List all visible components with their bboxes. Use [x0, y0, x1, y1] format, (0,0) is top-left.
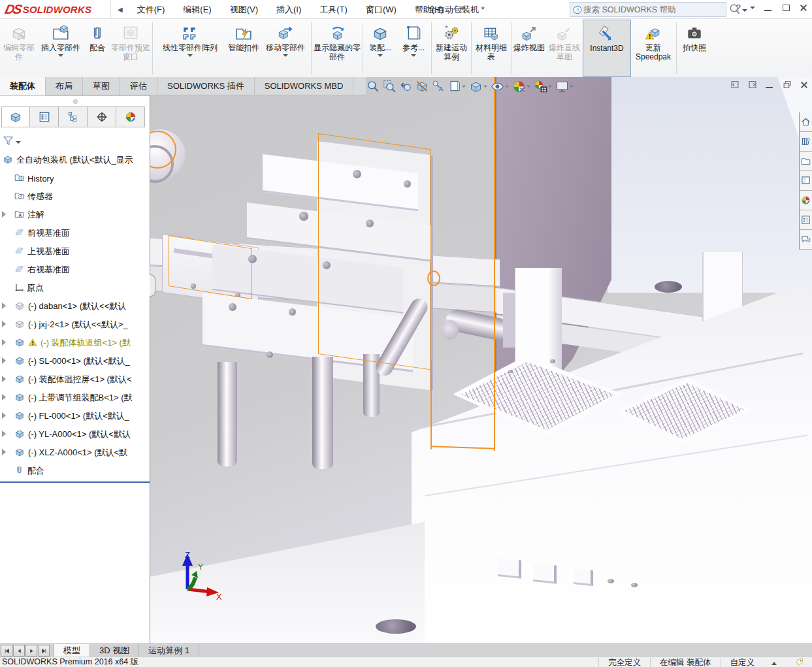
expand-arrow[interactable] — [2, 449, 6, 455]
component-preview-window-button[interactable]: 零部件预览窗口 — [110, 20, 152, 77]
tree-item-right-plane[interactable]: 右视基准面 — [0, 261, 150, 279]
view-orientation-icon[interactable] — [447, 79, 466, 93]
tree-item-xlz-a000[interactable]: (-) XLZ-A000<1> (默认<默 — [0, 444, 150, 462]
dynamic-annotation-icon[interactable]: A — [431, 79, 446, 93]
mate-button[interactable]: 配合 — [85, 20, 110, 77]
collapse-menu-icon[interactable]: ◀ — [118, 6, 123, 13]
dock-pane-right-icon[interactable] — [748, 80, 757, 89]
expand-arrow[interactable] — [2, 376, 6, 382]
dropdown-arrow[interactable] — [548, 86, 552, 88]
view-settings-icon[interactable] — [555, 79, 574, 94]
expand-arrow[interactable] — [2, 211, 6, 218]
next-tab-button[interactable] — [25, 645, 37, 657]
tree-filter[interactable] — [3, 133, 21, 148]
menu-tools[interactable]: 工具(T) — [310, 0, 357, 19]
rollback-bar[interactable] — [0, 481, 150, 483]
expand-arrow[interactable] — [2, 339, 6, 346]
close-button[interactable] — [800, 4, 808, 12]
tree-item-wenkongping[interactable]: (-) 装配体温控屏<1> (默认< — [0, 370, 150, 389]
tree-item-jxj-2[interactable]: (-) jxj-2<1> (默认<<默认>_ — [0, 316, 150, 334]
display-manager-tab[interactable] — [116, 106, 145, 127]
expand-arrow[interactable] — [2, 321, 6, 327]
show-hidden-components-button[interactable]: 显示隐藏的零部件 — [312, 20, 362, 77]
dropdown-arrow[interactable] — [570, 86, 574, 88]
last-tab-button[interactable] — [38, 645, 50, 657]
dropdown-arrow[interactable] — [411, 54, 416, 57]
tree-item-sensors[interactable]: 传感器 — [0, 187, 150, 206]
instant3d-button[interactable]: Instant3D — [583, 20, 631, 77]
tree-item-mates[interactable]: 配合 — [0, 462, 150, 480]
tree-item-daban[interactable]: (-) daban<1> (默认<<默认 — [0, 297, 150, 316]
menu-window[interactable]: 窗口(W) — [357, 0, 406, 19]
reference-geometry-button[interactable]: 参考... — [397, 20, 430, 77]
model-floor-block[interactable] — [498, 558, 521, 579]
edit-component-button[interactable]: 编辑零部件 — [1, 20, 37, 77]
expand-arrow[interactable] — [2, 357, 6, 364]
zoom-fit-icon[interactable] — [366, 79, 380, 93]
smart-fasteners-button[interactable]: 智能扣件 — [227, 20, 261, 77]
tab-layout[interactable]: 布局 — [46, 77, 83, 95]
tab-sketch[interactable]: 草图 — [83, 77, 120, 95]
linear-component-pattern-button[interactable]: 线性零部件阵列 — [154, 20, 227, 77]
maximize-button[interactable] — [782, 4, 790, 12]
tree-item-yl-a000[interactable]: (-) YL-A000<1> (默认<默认 — [0, 425, 150, 444]
property-manager-tab[interactable] — [30, 106, 59, 127]
taskpane-home-tab[interactable] — [800, 112, 812, 132]
dropdown-arrow[interactable] — [378, 54, 383, 57]
model-cylinder-rod[interactable] — [218, 362, 237, 466]
hide-show-items-icon[interactable] — [490, 79, 510, 94]
panel-tabs-overflow[interactable]: ▸ — [145, 106, 150, 127]
dock-pane-left-icon[interactable] — [730, 80, 739, 89]
search-box[interactable]: ? — [570, 2, 726, 17]
previous-view-icon[interactable] — [398, 79, 413, 93]
tab-evaluate[interactable]: 评估 — [120, 77, 157, 95]
move-component-button[interactable]: 移动零部件 — [261, 20, 310, 77]
dropdown-arrow[interactable] — [58, 54, 63, 57]
search-input[interactable] — [582, 5, 723, 15]
tree-item-guidao-group[interactable]: (-) 装配体轨道组<1> (默 — [0, 334, 150, 352]
motion-study-tab[interactable]: 运动算例 1 — [139, 644, 199, 657]
assembly-features-button[interactable]: 装配... — [364, 20, 397, 77]
model-floor-block[interactable] — [574, 568, 593, 586]
section-view-icon[interactable] — [415, 79, 429, 93]
expand-arrow[interactable] — [2, 394, 6, 400]
taskpane-design-library-tab[interactable] — [800, 132, 812, 152]
edit-appearance-icon[interactable] — [512, 79, 531, 94]
dropdown-arrow[interactable] — [527, 86, 530, 88]
tab-assembly[interactable]: 装配体 — [0, 77, 46, 95]
expand-arrow[interactable] — [2, 412, 6, 419]
bill-of-materials-button[interactable]: 材料明细表 — [472, 20, 510, 77]
doc-restore-button[interactable] — [783, 80, 792, 89]
exploded-view-button[interactable]: 爆炸视图 — [512, 20, 546, 77]
expand-arrow[interactable] — [2, 431, 6, 437]
model-tab[interactable]: 模型 — [54, 644, 90, 657]
tree-item-fl-000[interactable]: (-) FL-000<1> (默认<默认_ — [0, 407, 150, 425]
take-snapshot-button[interactable]: 拍快照 — [677, 20, 711, 77]
first-tab-button[interactable] — [1, 645, 12, 657]
featuremanager-tree-tab[interactable] — [1, 106, 30, 127]
display-style-icon[interactable] — [468, 79, 488, 94]
tab-solidworks-mbd[interactable]: SOLIDWORKS MBD — [255, 77, 354, 95]
tree-item-sl-000[interactable]: (-) SL-000<1> (默认<默认_ — [0, 352, 150, 370]
dropdown-arrow[interactable] — [462, 86, 466, 88]
taskpane-view-palette-tab[interactable] — [800, 171, 812, 191]
dropdown-arrow[interactable] — [187, 54, 193, 57]
help-dropdown-arrow[interactable] — [750, 7, 755, 9]
tree-item-origin[interactable]: 原点 — [0, 279, 150, 297]
doc-minimize-button[interactable] — [766, 81, 774, 89]
panel-splitter-handle[interactable] — [73, 99, 78, 104]
taskpane-forum-tab[interactable] — [800, 230, 812, 250]
menu-view[interactable]: 视图(V) — [221, 0, 267, 19]
3d-views-tab[interactable]: 3D 视图 — [90, 644, 139, 657]
tab-solidworks-addins[interactable]: SOLIDWORKS 插件 — [157, 77, 255, 95]
tags-icon[interactable] — [786, 658, 812, 666]
tree-item-front-plane[interactable]: 前视基准面 — [0, 224, 150, 242]
dropdown-arrow[interactable] — [283, 54, 288, 57]
panel-flyout-handle[interactable] — [150, 274, 155, 297]
doc-close-button[interactable] — [800, 81, 809, 89]
tree-item-top-plane[interactable]: 上视基准面 — [0, 242, 150, 261]
tree-item-history[interactable]: History — [0, 169, 150, 187]
menu-file[interactable]: 文件(F) — [128, 0, 174, 19]
minimize-button[interactable] — [764, 4, 773, 12]
dimxpert-manager-tab[interactable] — [88, 106, 116, 127]
